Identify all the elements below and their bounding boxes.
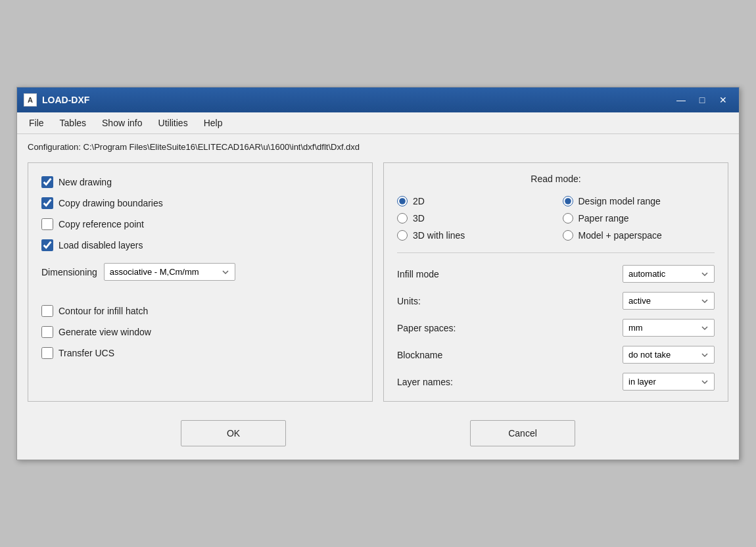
config-path: Configuration: C:\Program Files\EliteSui…	[17, 134, 739, 157]
transfer-ucs-checkbox[interactable]: Transfer UCS	[41, 347, 359, 359]
menu-show-info[interactable]: Show info	[95, 115, 149, 131]
menu-help[interactable]: Help	[197, 115, 229, 131]
new-drawing-checkbox[interactable]: New drawing	[41, 176, 359, 188]
menu-utilities[interactable]: Utilities	[152, 115, 195, 131]
window-controls: — □ ✕	[672, 92, 732, 108]
radio-2d[interactable]: 2D	[397, 196, 550, 206]
minimize-button[interactable]: —	[672, 92, 690, 108]
dimensioning-select[interactable]: associative - M,Cm/mm standard none	[104, 263, 235, 281]
paper-spaces-select[interactable]: mm cm m inch	[623, 319, 715, 337]
radio-3d-lines[interactable]: 3D with lines	[397, 230, 550, 241]
transfer-ucs-label: Transfer UCS	[59, 348, 114, 358]
main-window: A LOAD-DXF — □ ✕ File Tables Show info U…	[16, 87, 740, 460]
infill-mode-row: Infill mode automatic manual none	[397, 265, 715, 283]
window-title: LOAD-DXF	[42, 95, 89, 105]
new-drawing-label: New drawing	[59, 177, 112, 187]
menu-file[interactable]: File	[22, 115, 51, 131]
close-button[interactable]: ✕	[714, 92, 732, 108]
transfer-ucs-input[interactable]	[41, 347, 53, 359]
radio-3d-label: 3D	[413, 213, 425, 224]
layer-names-row: Layer names: in layer in block ask	[397, 373, 715, 391]
copy-drawing-boundaries-input[interactable]	[41, 197, 53, 209]
radio-design-model-range[interactable]: Design model range	[563, 196, 715, 206]
bottom-buttons: OK Cancel	[17, 412, 739, 460]
copy-reference-point-label: Copy reference point	[59, 219, 144, 229]
load-disabled-layers-label: Load disabled layers	[59, 240, 143, 250]
radio-2d-label: 2D	[413, 196, 425, 206]
contour-infill-hatch-checkbox[interactable]: Contour for infill hatch	[41, 305, 359, 317]
copy-drawing-boundaries-label: Copy drawing boundaries	[59, 198, 163, 208]
infill-mode-select[interactable]: automatic manual none	[623, 265, 715, 283]
radio-design-model-range-label: Design model range	[579, 196, 661, 206]
copy-reference-point-input[interactable]	[41, 218, 53, 230]
copy-drawing-boundaries-checkbox[interactable]: Copy drawing boundaries	[41, 197, 359, 209]
left-panel: New drawing Copy drawing boundaries Copy…	[28, 162, 373, 402]
radio-3d[interactable]: 3D	[397, 213, 550, 224]
radio-3d-lines-label: 3D with lines	[413, 230, 465, 241]
generate-view-window-input[interactable]	[41, 326, 53, 338]
load-disabled-layers-checkbox[interactable]: Load disabled layers	[41, 239, 359, 251]
ok-button[interactable]: OK	[181, 420, 286, 446]
right-panel: Read mode: 2D Design model range 3D Pape…	[383, 162, 728, 402]
menu-tables[interactable]: Tables	[53, 115, 93, 131]
menu-bar: File Tables Show info Utilities Help	[17, 112, 739, 134]
read-mode-title: Read mode:	[397, 174, 715, 184]
cancel-button[interactable]: Cancel	[470, 420, 575, 446]
radio-paper-range-label: Paper range	[579, 213, 629, 224]
radio-paper-range[interactable]: Paper range	[563, 213, 715, 224]
layer-names-label: Layer names:	[397, 377, 453, 387]
contour-infill-hatch-input[interactable]	[41, 305, 53, 317]
main-content: New drawing Copy drawing boundaries Copy…	[17, 157, 739, 412]
copy-reference-point-checkbox[interactable]: Copy reference point	[41, 218, 359, 230]
divider	[397, 252, 715, 253]
units-row: Units: active mm cm m inch	[397, 292, 715, 310]
contour-infill-hatch-label: Contour for infill hatch	[59, 306, 148, 316]
dimensioning-label: Dimensioning	[41, 267, 97, 277]
title-bar: A LOAD-DXF — □ ✕	[17, 87, 739, 112]
radio-model-paperspace-label: Model + paperspace	[579, 230, 662, 241]
radio-model-paperspace[interactable]: Model + paperspace	[563, 230, 715, 241]
paper-spaces-label: Paper spaces:	[397, 323, 456, 333]
load-disabled-layers-input[interactable]	[41, 239, 53, 251]
blockname-select[interactable]: do not take take ask	[623, 346, 715, 364]
app-icon: A	[24, 93, 37, 107]
blockname-label: Blockname	[397, 350, 442, 360]
blockname-row: Blockname do not take take ask	[397, 346, 715, 364]
title-bar-left: A LOAD-DXF	[24, 93, 89, 107]
maximize-button[interactable]: □	[693, 92, 711, 108]
units-label: Units:	[397, 296, 421, 306]
radio-grid: 2D Design model range 3D Paper range 3D …	[397, 196, 715, 241]
new-drawing-input[interactable]	[41, 176, 53, 188]
infill-mode-label: Infill mode	[397, 269, 439, 279]
layer-names-select[interactable]: in layer in block ask	[623, 373, 715, 391]
paper-spaces-row: Paper spaces: mm cm m inch	[397, 319, 715, 337]
units-select[interactable]: active mm cm m inch	[623, 292, 715, 310]
generate-view-window-checkbox[interactable]: Generate view window	[41, 326, 359, 338]
dimensioning-row: Dimensioning associative - M,Cm/mm stand…	[41, 263, 359, 281]
generate-view-window-label: Generate view window	[59, 327, 151, 337]
